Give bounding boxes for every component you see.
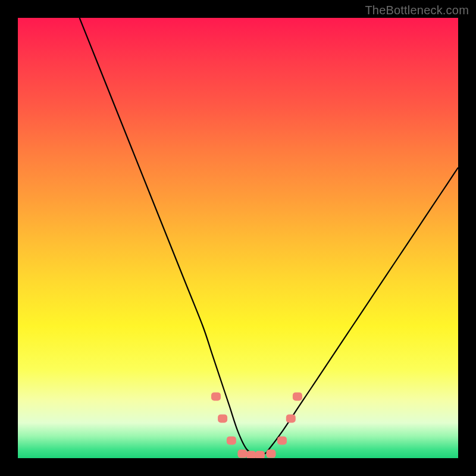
data-marker [277,436,287,444]
data-marker [293,392,302,400]
data-marker [237,450,247,458]
plot-area [18,18,458,458]
marker-layer [18,18,458,458]
watermark-text: TheBottleneck.com [365,4,469,17]
data-marker [267,450,276,458]
data-marker [286,414,296,422]
data-marker [255,451,265,458]
data-marker [211,392,221,400]
data-marker [227,436,236,444]
data-marker [246,451,256,458]
data-marker [218,414,227,422]
chart-frame: TheBottleneck.com [0,0,476,476]
